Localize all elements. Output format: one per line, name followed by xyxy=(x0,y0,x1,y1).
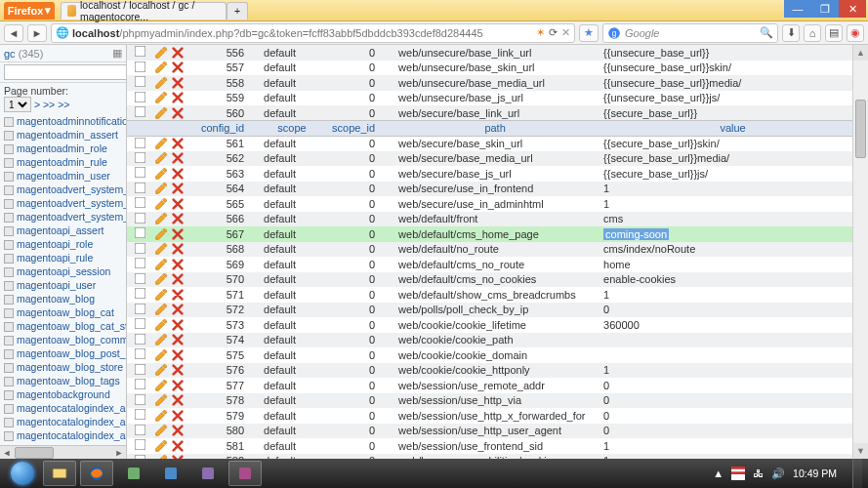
table-tree-item[interactable]: magentobackground xyxy=(2,387,126,401)
edit-icon[interactable] xyxy=(154,106,168,120)
nav-forward-button[interactable]: ► xyxy=(27,24,47,42)
table-row[interactable]: 564default0web/secure/use_in_frontend1 xyxy=(127,182,868,197)
edit-icon[interactable] xyxy=(154,151,168,165)
panel-menu-icon[interactable]: ▦ xyxy=(112,47,122,60)
table-row[interactable]: 578default0web/session/use_http_via0 xyxy=(127,393,868,409)
row-checkbox[interactable] xyxy=(134,182,145,193)
delete-icon[interactable] xyxy=(171,318,185,332)
delete-icon[interactable] xyxy=(171,363,185,377)
table-tree-item[interactable]: magentoaw_blog_tags xyxy=(2,374,126,387)
window-minimize-button[interactable]: — xyxy=(784,0,811,18)
scroll-left-arrow[interactable]: ◄ xyxy=(0,446,14,459)
row-checkbox[interactable] xyxy=(134,91,145,102)
row-checkbox[interactable] xyxy=(134,258,145,269)
table-row[interactable]: 577default0web/session/use_remote_addr0 xyxy=(127,378,868,393)
delete-icon[interactable] xyxy=(171,379,185,392)
table-row[interactable]: 573default0web/cookie/cookie_lifetime360… xyxy=(127,317,868,333)
table-tree-item[interactable]: magentoadmin_assert xyxy=(2,128,126,142)
home-icon[interactable]: ⌂ xyxy=(804,24,821,42)
table-row[interactable]: 566default0web/default/frontcms xyxy=(127,212,868,227)
table-tree-item[interactable]: magentoaw_blog_post_cat xyxy=(2,346,126,360)
window-close-button[interactable]: ✕ xyxy=(839,0,866,18)
delete-icon[interactable] xyxy=(171,288,185,302)
edit-icon[interactable] xyxy=(154,46,168,60)
table-row[interactable]: 563default0web/secure/base_js_url{{secur… xyxy=(127,166,868,182)
edit-icon[interactable] xyxy=(154,439,168,453)
row-checkbox[interactable] xyxy=(134,288,145,300)
delete-icon[interactable] xyxy=(171,167,185,181)
table-row[interactable]: 559default0web/unsecure/base_js_url{{uns… xyxy=(127,91,868,106)
row-checkbox[interactable] xyxy=(134,46,145,58)
edit-icon[interactable] xyxy=(154,61,168,74)
table-tree-item[interactable]: magentoaw_blog_cat xyxy=(2,305,126,319)
edit-icon[interactable] xyxy=(154,348,168,362)
sidebar-horizontal-scrollbar[interactable]: ◄ ► xyxy=(0,445,126,459)
row-checkbox[interactable] xyxy=(134,197,145,209)
table-row[interactable]: 558default0web/unsecure/base_media_url{{… xyxy=(127,75,868,91)
delete-icon[interactable] xyxy=(171,348,185,362)
delete-icon[interactable] xyxy=(171,303,185,316)
delete-icon[interactable] xyxy=(171,409,185,423)
table-tree-item[interactable]: magentoapi_user xyxy=(2,278,126,292)
addon-icon[interactable]: ◉ xyxy=(847,24,864,42)
delete-icon[interactable] xyxy=(171,272,185,286)
table-row[interactable]: 560default0web/secure/base_link_url{{sec… xyxy=(127,105,868,121)
delete-icon[interactable] xyxy=(171,424,185,437)
edit-icon[interactable] xyxy=(154,76,168,90)
edit-icon[interactable] xyxy=(154,272,168,286)
edit-icon[interactable] xyxy=(154,409,168,423)
new-tab-button[interactable]: + xyxy=(227,2,248,20)
edit-icon[interactable] xyxy=(154,212,168,225)
feed-icon[interactable]: ✶ xyxy=(536,26,545,39)
bookmark-star-icon[interactable]: ★ xyxy=(579,24,599,42)
edit-icon[interactable] xyxy=(154,167,168,181)
table-row[interactable]: 569default0web/default/cms_no_routehome xyxy=(127,257,868,272)
table-tree-item[interactable]: magentocatalogindex_aggregation_tag xyxy=(2,415,126,428)
scroll-up-arrow[interactable]: ▲ xyxy=(853,45,868,61)
table-tree-item[interactable]: magentocatalogindex_aggregation_to_tag xyxy=(2,428,126,442)
edit-icon[interactable] xyxy=(154,91,168,104)
row-checkbox[interactable] xyxy=(134,106,145,118)
table-tree-item[interactable]: magentoadminnotification_inbox xyxy=(2,114,126,128)
table-tree-item[interactable]: magentocatalogindex_aggregation xyxy=(2,401,126,415)
row-checkbox[interactable] xyxy=(134,151,145,163)
table-tree-item[interactable]: magentoadvert_system_rule xyxy=(2,210,126,224)
table-row[interactable]: 562default0web/secure/base_media_url{{se… xyxy=(127,151,868,167)
delete-icon[interactable] xyxy=(171,151,185,165)
table-tree-item[interactable]: magentoapi_role xyxy=(2,237,126,251)
row-checkbox[interactable] xyxy=(134,363,145,375)
bookmarks-menu-icon[interactable]: ▤ xyxy=(825,24,843,42)
row-checkbox[interactable] xyxy=(134,424,145,435)
table-row[interactable]: 574default0web/cookie/cookie_path xyxy=(127,333,868,348)
row-checkbox[interactable] xyxy=(134,227,145,239)
edit-icon[interactable] xyxy=(154,288,168,302)
edit-icon[interactable] xyxy=(154,258,168,271)
table-tree-item[interactable]: magentoadvert_system_discount xyxy=(2,183,126,196)
delete-icon[interactable] xyxy=(171,333,185,346)
table-row[interactable]: 561default0web/secure/base_skin_url{{sec… xyxy=(127,136,868,151)
browser-search-bar[interactable]: g Google 🔍 xyxy=(602,23,778,43)
table-tree-item[interactable]: magentoadvert_system_invite xyxy=(2,196,126,210)
col-value[interactable]: value xyxy=(598,121,868,137)
downloads-icon[interactable]: ⬇ xyxy=(782,24,800,42)
delete-icon[interactable] xyxy=(171,227,185,241)
edit-icon[interactable] xyxy=(154,242,168,256)
edit-icon[interactable] xyxy=(154,393,168,407)
row-checkbox[interactable] xyxy=(134,303,145,314)
delete-icon[interactable] xyxy=(171,91,185,104)
stop-icon[interactable]: ✕ xyxy=(561,26,570,39)
row-checkbox[interactable] xyxy=(134,137,145,148)
url-bar[interactable]: 🌐 localhost/phpmyadmin/index.php?db=gc&t… xyxy=(51,23,575,43)
table-tree-item[interactable]: magentoapi_assert xyxy=(2,224,126,237)
edit-icon[interactable] xyxy=(154,227,168,241)
row-checkbox[interactable] xyxy=(134,409,145,421)
scroll-thumb[interactable] xyxy=(855,100,866,158)
delete-icon[interactable] xyxy=(171,393,185,407)
col-scope-id[interactable]: scope_id xyxy=(326,121,393,137)
table-tree-item[interactable]: magentoapi_session xyxy=(2,264,126,278)
table-row[interactable]: 568default0web/default/no_routecms/index… xyxy=(127,242,868,258)
table-tree-item[interactable]: magentoadmin_rule xyxy=(2,155,126,169)
delete-icon[interactable] xyxy=(171,197,185,211)
table-tree-item[interactable]: magentoapi_rule xyxy=(2,251,126,264)
edit-icon[interactable] xyxy=(154,303,168,316)
